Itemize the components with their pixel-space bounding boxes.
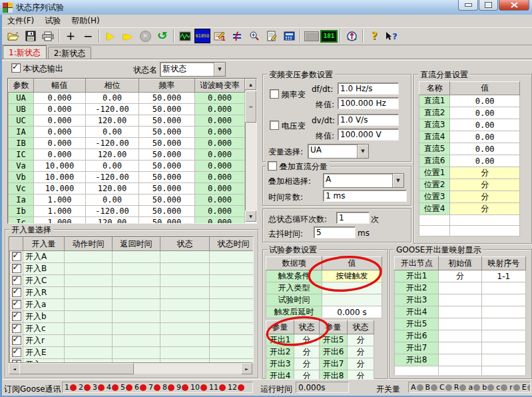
table-cell[interactable] [395, 366, 439, 376]
table-cell[interactable]: 开入b [23, 311, 65, 323]
table-cell[interactable]: -120.00 [86, 104, 139, 115]
table-cell[interactable]: 分 [450, 203, 520, 215]
table-cell[interactable]: 开出5 [320, 334, 348, 346]
table-cell[interactable]: 50.000 [139, 93, 195, 104]
table-cell[interactable]: 分 [294, 346, 320, 358]
column-header[interactable]: 参量 [266, 321, 294, 334]
volt-change-checkbox[interactable]: 电压变 [270, 121, 306, 132]
table-cell[interactable]: 1.000 [34, 217, 86, 224]
table-cell[interactable]: 50.000 [139, 172, 195, 183]
table-cell[interactable]: 50.000 [139, 104, 195, 115]
table-cell[interactable]: 1.000 [34, 195, 86, 206]
sync-rotate-icon[interactable] [343, 28, 360, 44]
table-cell[interactable]: 0.000 [34, 104, 86, 115]
table-cell[interactable]: 120.00 [86, 217, 139, 224]
table-cell[interactable]: 分 [450, 167, 520, 179]
column-header[interactable]: 参量 [320, 321, 348, 334]
table-cell[interactable] [210, 275, 254, 287]
table-cell[interactable] [65, 251, 113, 263]
table-cell[interactable]: 0.000 [195, 149, 245, 161]
row-checkbox[interactable] [10, 263, 23, 275]
table-cell[interactable]: 50.000 [139, 206, 195, 217]
column-header[interactable]: 谐波畸变率 [195, 79, 245, 93]
table-cell[interactable]: 0.00 [450, 143, 520, 155]
table-cell[interactable]: Ic [9, 217, 34, 224]
table-cell[interactable]: 0.00 [450, 131, 520, 143]
waveform-display-icon[interactable] [176, 28, 194, 44]
table-cell[interactable] [113, 347, 160, 359]
loop-count-input[interactable]: 1 [336, 212, 370, 224]
table-cell[interactable]: 0.00 [450, 155, 520, 167]
table-cell[interactable]: 开出3 [266, 358, 294, 370]
table-cell[interactable]: 10.000 [34, 161, 86, 172]
table-cell[interactable]: 开出5 [395, 318, 439, 330]
scroll-down-icon[interactable]: ▼ [245, 210, 256, 222]
context-help-icon[interactable]: ? [383, 28, 400, 44]
table-cell[interactable]: 120.00 [86, 115, 139, 127]
column-header[interactable]: 名称 [419, 82, 450, 95]
scroll-left-icon[interactable]: ◄ [9, 363, 20, 374]
menu-test[interactable]: 试验 [39, 14, 66, 28]
table-cell[interactable]: 0.00 [86, 195, 139, 206]
menu-file[interactable]: 文件(F) [2, 14, 39, 28]
freq-end-input[interactable]: 100.000 Hz [338, 97, 399, 109]
debounce-input[interactable]: 5 [314, 226, 356, 238]
table-cell[interactable] [113, 323, 160, 335]
table-cell[interactable]: 分 [294, 358, 320, 370]
table-cell[interactable]: Vb [9, 172, 34, 183]
row-checkbox[interactable] [10, 287, 23, 299]
table-cell[interactable]: 开入c [23, 323, 65, 335]
column-header[interactable]: 状态时间 [210, 238, 254, 251]
minimize-button[interactable] [458, 0, 478, 11]
table-cell[interactable]: IA [9, 127, 34, 138]
open-icon[interactable] [5, 28, 22, 44]
table-cell[interactable] [419, 226, 450, 236]
column-header[interactable]: 开入量 [23, 238, 65, 251]
row-checkbox[interactable] [10, 251, 23, 263]
table-cell[interactable]: 50.000 [139, 138, 195, 149]
table-cell[interactable]: 试验时间 [266, 294, 322, 306]
table-cell[interactable]: 1-1 [481, 270, 525, 282]
message-edit-icon[interactable]: 1 [211, 28, 228, 44]
table-cell[interactable] [65, 275, 113, 287]
table-cell[interactable] [210, 335, 254, 347]
table-cell[interactable]: 1.000 [34, 206, 86, 217]
table-cell[interactable]: 分 [450, 191, 520, 203]
table-cell[interactable]: 50.000 [139, 149, 195, 161]
table-cell[interactable]: 开出6 [320, 346, 348, 358]
row-checkbox[interactable] [10, 335, 23, 347]
table-cell[interactable] [481, 306, 525, 318]
table-cell[interactable] [160, 323, 210, 335]
table-cell[interactable]: 开入B [23, 263, 65, 275]
scroll-right-icon[interactable]: ► [241, 363, 252, 374]
table-cell[interactable]: 开入r [23, 335, 65, 347]
table-cell[interactable]: 0.000 [195, 138, 245, 149]
table-cell[interactable] [439, 294, 481, 306]
table-cell[interactable]: 0.000 [34, 149, 86, 161]
table-cell[interactable]: 直流1 [419, 95, 450, 107]
table-cell[interactable] [481, 294, 525, 306]
table-cell[interactable]: 开入a [23, 299, 65, 311]
table-cell[interactable]: 0.000 [195, 115, 245, 127]
start-test-icon[interactable]: ▶ [102, 28, 119, 44]
row-checkbox[interactable] [10, 347, 23, 359]
table-cell[interactable]: 直流5 [419, 143, 450, 155]
table-cell[interactable] [419, 215, 450, 226]
table-cell[interactable] [322, 294, 382, 306]
table-cell[interactable] [210, 323, 254, 335]
table-cell[interactable]: 开出1 [266, 334, 294, 346]
calculator-icon[interactable] [280, 28, 298, 44]
volt-end-input[interactable]: 100.000 V [338, 129, 399, 141]
remove-state-icon[interactable]: − [79, 28, 97, 44]
table-cell[interactable]: 直流4 [419, 131, 450, 143]
table-cell[interactable]: 120.00 [86, 183, 139, 195]
table-cell[interactable] [160, 263, 210, 275]
table-cell[interactable]: 分 [450, 179, 520, 191]
table-cell[interactable] [160, 335, 210, 347]
table-cell[interactable] [65, 287, 113, 299]
table-cell[interactable]: 开出2 [266, 346, 294, 358]
menu-help[interactable]: 帮助(H) [66, 14, 105, 28]
table-cell[interactable] [65, 311, 113, 323]
table-cell[interactable] [481, 318, 525, 330]
table-cell[interactable]: UC [9, 115, 34, 127]
